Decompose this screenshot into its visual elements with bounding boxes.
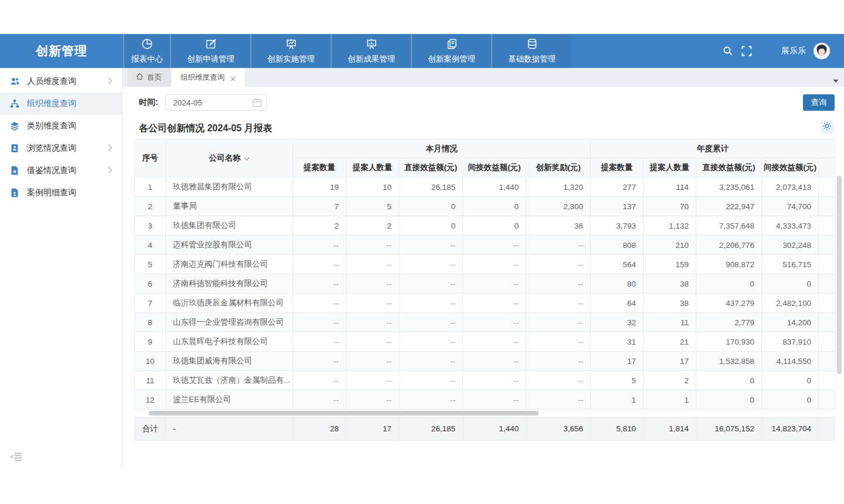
fullscreen-icon[interactable] [741, 46, 752, 56]
cell-num: -- [463, 332, 526, 352]
col-year-direct-benefit: 直接效益额(元) [696, 158, 762, 178]
pie-chart-icon [141, 38, 154, 54]
cell-num: 2,482,100 [762, 294, 819, 313]
cell-num: -- [526, 236, 591, 255]
cell-num: 277 [591, 178, 644, 197]
main-nav: 报表中心 创新申请管理 创新实施管理 创新成果管理 [123, 34, 571, 68]
chevron-right-icon [108, 166, 113, 175]
cell-num: 80 [591, 274, 644, 294]
cell-name: 董事局 [166, 197, 293, 216]
totals-cell: 16,075,152 [696, 417, 762, 441]
cell-num: 1,132 [644, 216, 696, 236]
id-badge-icon [10, 144, 19, 153]
sidebar-item-case-detail[interactable]: 案例明细查询 [0, 182, 122, 204]
cell-num: 2,300 [526, 197, 591, 216]
cell-num: -- [526, 313, 591, 332]
col-group-month: 本月情况 [293, 139, 591, 158]
cell-num: -- [293, 274, 346, 294]
cell-num: -- [293, 236, 346, 255]
nav-item-report-center[interactable]: 报表中心 [123, 34, 170, 68]
totals-cell: 1,440 [463, 417, 526, 441]
nav-item-innovation-implement[interactable]: 创新实施管理 [250, 34, 331, 68]
nav-item-innovation-results[interactable]: 创新成果管理 [331, 34, 411, 68]
table-row: 2董事局75002,30013770222,94774,700 [135, 197, 835, 216]
cell-num: -- [399, 294, 463, 313]
table-row: 3玖德集团有限公司2200363,7931,1327,357,6484,333,… [135, 216, 835, 236]
nav-item-innovation-cases[interactable]: 创新案例管理 [411, 34, 491, 68]
cell-num: -- [399, 236, 463, 255]
cell-num: 10 [346, 178, 399, 197]
edit-icon [205, 38, 217, 54]
cell-idx: 2 [135, 197, 166, 216]
cell-name: 玖德集团威海有限公司 [166, 352, 293, 371]
avatar[interactable] [814, 43, 830, 59]
cell-num: 2,206,776 [696, 236, 762, 255]
table-row: 8山东得一企业管理咨询有限公司----------32112,77914,200 [135, 313, 835, 332]
cell-num: 0 [696, 371, 762, 390]
cell-num: -- [293, 390, 346, 410]
nav-item-base-data[interactable]: 基础数据管理 [491, 34, 571, 68]
totals-cell-empty [819, 417, 835, 441]
tab-org-dimension[interactable]: 组织维度查询 [172, 68, 244, 87]
cell-num: -- [346, 294, 399, 313]
cell-num: -- [346, 274, 399, 294]
horizontal-scrollbar[interactable] [149, 411, 539, 416]
cell-num: -- [463, 236, 526, 255]
cell-num: 36 [526, 216, 591, 236]
nav-item-label: 创新申请管理 [187, 54, 234, 64]
table-row: 11玖德艾瓦兹（济南）金属制品有...----------5200 [135, 371, 835, 390]
cell-num: -- [463, 313, 526, 332]
cell-num: 0 [463, 216, 526, 236]
sidebar-item-org-dimension[interactable]: 组织维度查询 [0, 93, 122, 115]
tab-bar: 首页 组织维度查询 [122, 68, 844, 87]
cell-num: 437,279 [696, 294, 762, 313]
sidebar-collapse-icon[interactable] [11, 452, 22, 462]
cell-num: 2,073,413 [762, 178, 819, 197]
cell-num: 5 [346, 197, 399, 216]
cell-num: -- [399, 352, 463, 371]
doc-person-icon [10, 188, 19, 197]
totals-company: - [166, 417, 293, 441]
cell-num: 837,910 [762, 332, 819, 352]
cell-num: 21 [644, 332, 696, 352]
cell-num: 0 [463, 197, 526, 216]
cell-num: -- [399, 255, 463, 274]
table-settings-button[interactable] [821, 121, 833, 134]
sidebar-item-browse-status[interactable]: 浏览情况查询 [0, 137, 122, 159]
col-company[interactable]: 公司名称 [166, 139, 293, 178]
col-month-reward: 创新奖励(元) [526, 158, 591, 178]
col-month-proposals: 提案数量 [293, 158, 346, 178]
sidebar-item-category-dimension[interactable]: 类别维度查询 [0, 115, 122, 137]
cell-num: -- [293, 294, 346, 313]
nav-item-innovation-apply[interactable]: 创新申请管理 [170, 34, 250, 68]
cell-num: -- [293, 255, 346, 274]
sidebar-item-person-dimension[interactable]: 人员维度查询 [0, 70, 122, 93]
sidebar-item-label: 借鉴情况查询 [27, 165, 76, 176]
cell-num: 32 [591, 313, 644, 332]
calendar-icon[interactable] [253, 98, 261, 110]
time-input[interactable] [165, 94, 267, 111]
cell-num: 170,930 [696, 332, 762, 352]
cell-num: 74,700 [762, 197, 819, 216]
tab-home[interactable]: 首页 [127, 68, 171, 87]
cell-num: 17 [644, 352, 696, 371]
top-bar: 创新管理 报表中心 创新申请管理 创新实施管理 [0, 34, 844, 68]
cell-idx: 6 [135, 274, 166, 294]
vertical-scrollbar[interactable] [837, 176, 842, 374]
sidebar-item-reference-status[interactable]: 借鉴情况查询 [0, 159, 122, 182]
database-icon [526, 38, 539, 54]
cell-num: 0 [696, 390, 762, 410]
documents-icon [445, 38, 458, 54]
chevron-right-icon [108, 77, 113, 86]
totals-cell: 3,656 [526, 417, 591, 441]
cell-num: -- [293, 352, 346, 371]
cell-name: 波兰EE有限公司 [166, 390, 293, 410]
query-button[interactable]: 查询 [803, 94, 835, 111]
close-icon[interactable] [230, 75, 236, 80]
search-icon[interactable] [723, 46, 733, 56]
cell-num: -- [399, 390, 463, 410]
cell-num: -- [346, 390, 399, 410]
cell-pad [819, 332, 835, 352]
user-name[interactable]: 展乐乐 [781, 46, 806, 56]
tabs-dropdown-icon[interactable] [833, 75, 839, 86]
